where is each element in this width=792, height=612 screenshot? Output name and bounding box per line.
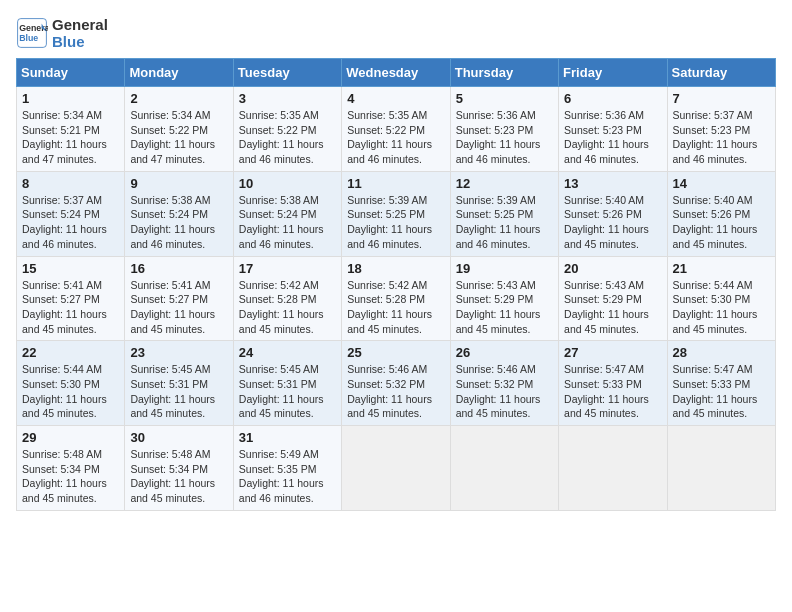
day-number: 27	[564, 345, 661, 360]
day-number: 6	[564, 91, 661, 106]
day-detail: Sunrise: 5:36 AM Sunset: 5:23 PM Dayligh…	[564, 108, 661, 167]
day-detail: Sunrise: 5:42 AM Sunset: 5:28 PM Dayligh…	[239, 278, 336, 337]
day-number: 24	[239, 345, 336, 360]
column-header-wednesday: Wednesday	[342, 59, 450, 87]
day-detail: Sunrise: 5:40 AM Sunset: 5:26 PM Dayligh…	[564, 193, 661, 252]
day-number: 11	[347, 176, 444, 191]
calendar-cell	[342, 426, 450, 511]
calendar-cell	[559, 426, 667, 511]
column-header-tuesday: Tuesday	[233, 59, 341, 87]
logo-icon: General Blue	[16, 17, 48, 49]
calendar-cell: 24Sunrise: 5:45 AM Sunset: 5:31 PM Dayli…	[233, 341, 341, 426]
page-header: General Blue General Blue	[16, 16, 776, 50]
calendar-cell: 15Sunrise: 5:41 AM Sunset: 5:27 PM Dayli…	[17, 256, 125, 341]
day-detail: Sunrise: 5:35 AM Sunset: 5:22 PM Dayligh…	[347, 108, 444, 167]
day-detail: Sunrise: 5:34 AM Sunset: 5:21 PM Dayligh…	[22, 108, 119, 167]
calendar-cell: 21Sunrise: 5:44 AM Sunset: 5:30 PM Dayli…	[667, 256, 775, 341]
day-number: 30	[130, 430, 227, 445]
day-number: 25	[347, 345, 444, 360]
calendar-cell: 9Sunrise: 5:38 AM Sunset: 5:24 PM Daylig…	[125, 171, 233, 256]
day-number: 17	[239, 261, 336, 276]
day-number: 21	[673, 261, 770, 276]
day-number: 16	[130, 261, 227, 276]
day-number: 23	[130, 345, 227, 360]
day-number: 1	[22, 91, 119, 106]
calendar-cell: 19Sunrise: 5:43 AM Sunset: 5:29 PM Dayli…	[450, 256, 558, 341]
column-header-monday: Monday	[125, 59, 233, 87]
day-detail: Sunrise: 5:41 AM Sunset: 5:27 PM Dayligh…	[130, 278, 227, 337]
day-number: 9	[130, 176, 227, 191]
calendar-cell: 18Sunrise: 5:42 AM Sunset: 5:28 PM Dayli…	[342, 256, 450, 341]
calendar-cell: 16Sunrise: 5:41 AM Sunset: 5:27 PM Dayli…	[125, 256, 233, 341]
day-number: 12	[456, 176, 553, 191]
calendar-cell: 23Sunrise: 5:45 AM Sunset: 5:31 PM Dayli…	[125, 341, 233, 426]
calendar-cell: 2Sunrise: 5:34 AM Sunset: 5:22 PM Daylig…	[125, 87, 233, 172]
day-number: 15	[22, 261, 119, 276]
day-number: 3	[239, 91, 336, 106]
day-number: 10	[239, 176, 336, 191]
logo-general: General	[52, 16, 108, 33]
day-detail: Sunrise: 5:37 AM Sunset: 5:24 PM Dayligh…	[22, 193, 119, 252]
day-detail: Sunrise: 5:40 AM Sunset: 5:26 PM Dayligh…	[673, 193, 770, 252]
logo: General Blue General Blue	[16, 16, 108, 50]
calendar-cell: 10Sunrise: 5:38 AM Sunset: 5:24 PM Dayli…	[233, 171, 341, 256]
day-detail: Sunrise: 5:44 AM Sunset: 5:30 PM Dayligh…	[22, 362, 119, 421]
calendar-cell: 3Sunrise: 5:35 AM Sunset: 5:22 PM Daylig…	[233, 87, 341, 172]
day-number: 5	[456, 91, 553, 106]
svg-text:Blue: Blue	[19, 33, 38, 43]
day-number: 8	[22, 176, 119, 191]
day-number: 31	[239, 430, 336, 445]
day-detail: Sunrise: 5:43 AM Sunset: 5:29 PM Dayligh…	[564, 278, 661, 337]
column-header-friday: Friday	[559, 59, 667, 87]
calendar-cell	[450, 426, 558, 511]
day-detail: Sunrise: 5:46 AM Sunset: 5:32 PM Dayligh…	[456, 362, 553, 421]
day-number: 26	[456, 345, 553, 360]
column-header-thursday: Thursday	[450, 59, 558, 87]
day-number: 28	[673, 345, 770, 360]
day-detail: Sunrise: 5:45 AM Sunset: 5:31 PM Dayligh…	[130, 362, 227, 421]
calendar-cell: 28Sunrise: 5:47 AM Sunset: 5:33 PM Dayli…	[667, 341, 775, 426]
calendar-cell: 5Sunrise: 5:36 AM Sunset: 5:23 PM Daylig…	[450, 87, 558, 172]
day-detail: Sunrise: 5:42 AM Sunset: 5:28 PM Dayligh…	[347, 278, 444, 337]
calendar-table: SundayMondayTuesdayWednesdayThursdayFrid…	[16, 58, 776, 511]
calendar-cell: 4Sunrise: 5:35 AM Sunset: 5:22 PM Daylig…	[342, 87, 450, 172]
calendar-cell	[667, 426, 775, 511]
day-detail: Sunrise: 5:34 AM Sunset: 5:22 PM Dayligh…	[130, 108, 227, 167]
day-detail: Sunrise: 5:39 AM Sunset: 5:25 PM Dayligh…	[347, 193, 444, 252]
day-detail: Sunrise: 5:37 AM Sunset: 5:23 PM Dayligh…	[673, 108, 770, 167]
calendar-cell: 6Sunrise: 5:36 AM Sunset: 5:23 PM Daylig…	[559, 87, 667, 172]
calendar-cell: 20Sunrise: 5:43 AM Sunset: 5:29 PM Dayli…	[559, 256, 667, 341]
calendar-cell: 11Sunrise: 5:39 AM Sunset: 5:25 PM Dayli…	[342, 171, 450, 256]
day-number: 2	[130, 91, 227, 106]
calendar-cell: 27Sunrise: 5:47 AM Sunset: 5:33 PM Dayli…	[559, 341, 667, 426]
day-number: 19	[456, 261, 553, 276]
day-detail: Sunrise: 5:41 AM Sunset: 5:27 PM Dayligh…	[22, 278, 119, 337]
day-number: 4	[347, 91, 444, 106]
calendar-cell: 12Sunrise: 5:39 AM Sunset: 5:25 PM Dayli…	[450, 171, 558, 256]
day-number: 20	[564, 261, 661, 276]
day-detail: Sunrise: 5:39 AM Sunset: 5:25 PM Dayligh…	[456, 193, 553, 252]
day-detail: Sunrise: 5:36 AM Sunset: 5:23 PM Dayligh…	[456, 108, 553, 167]
calendar-cell: 30Sunrise: 5:48 AM Sunset: 5:34 PM Dayli…	[125, 426, 233, 511]
calendar-cell: 26Sunrise: 5:46 AM Sunset: 5:32 PM Dayli…	[450, 341, 558, 426]
calendar-cell: 29Sunrise: 5:48 AM Sunset: 5:34 PM Dayli…	[17, 426, 125, 511]
day-number: 7	[673, 91, 770, 106]
day-detail: Sunrise: 5:38 AM Sunset: 5:24 PM Dayligh…	[239, 193, 336, 252]
column-header-saturday: Saturday	[667, 59, 775, 87]
day-number: 22	[22, 345, 119, 360]
calendar-cell: 22Sunrise: 5:44 AM Sunset: 5:30 PM Dayli…	[17, 341, 125, 426]
day-detail: Sunrise: 5:48 AM Sunset: 5:34 PM Dayligh…	[130, 447, 227, 506]
day-detail: Sunrise: 5:44 AM Sunset: 5:30 PM Dayligh…	[673, 278, 770, 337]
day-detail: Sunrise: 5:45 AM Sunset: 5:31 PM Dayligh…	[239, 362, 336, 421]
day-number: 13	[564, 176, 661, 191]
day-detail: Sunrise: 5:49 AM Sunset: 5:35 PM Dayligh…	[239, 447, 336, 506]
day-detail: Sunrise: 5:48 AM Sunset: 5:34 PM Dayligh…	[22, 447, 119, 506]
calendar-cell: 7Sunrise: 5:37 AM Sunset: 5:23 PM Daylig…	[667, 87, 775, 172]
day-number: 29	[22, 430, 119, 445]
day-detail: Sunrise: 5:47 AM Sunset: 5:33 PM Dayligh…	[564, 362, 661, 421]
logo-blue: Blue	[52, 33, 108, 50]
column-header-sunday: Sunday	[17, 59, 125, 87]
day-detail: Sunrise: 5:35 AM Sunset: 5:22 PM Dayligh…	[239, 108, 336, 167]
calendar-cell: 17Sunrise: 5:42 AM Sunset: 5:28 PM Dayli…	[233, 256, 341, 341]
day-detail: Sunrise: 5:43 AM Sunset: 5:29 PM Dayligh…	[456, 278, 553, 337]
